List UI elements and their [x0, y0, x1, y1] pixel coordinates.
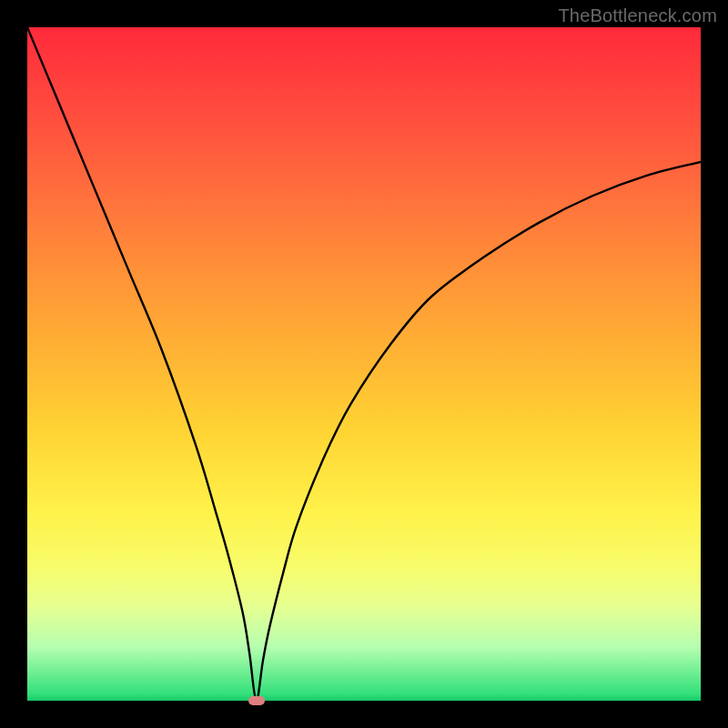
chart-plot-area	[27, 27, 701, 701]
watermark-text: TheBottleneck.com	[558, 5, 717, 26]
bottleneck-curve	[27, 27, 701, 701]
minimum-marker	[248, 696, 265, 705]
